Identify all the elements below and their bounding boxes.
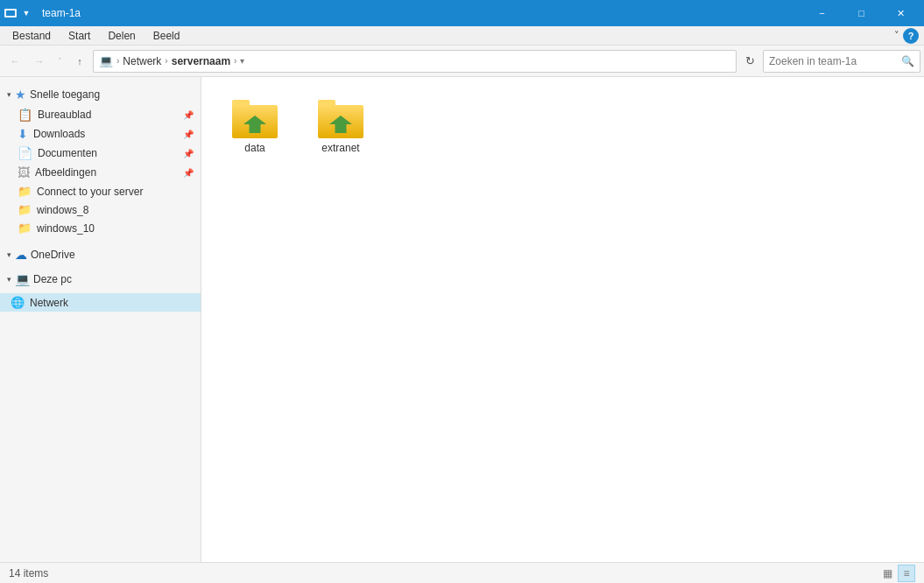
menu-bestand[interactable]: Bestand [5, 28, 58, 44]
menu-bar: Bestand Start Delen Beeld ˅ ? [0, 26, 924, 46]
menu-delen[interactable]: Delen [101, 28, 142, 44]
star-icon: ★ [15, 88, 26, 102]
folder-extranet-label: extranet [321, 142, 359, 154]
path-dropdown-chevron[interactable]: ▾ [240, 56, 244, 66]
title-bar-icons: ▼ [4, 6, 33, 20]
folder-data[interactable]: data [215, 91, 294, 163]
sidebar-section-deze-pc[interactable]: ▾ 💻 Deze pc [0, 269, 201, 290]
afbeeldingen-icon: 🖼 [18, 165, 30, 179]
menu-beeld[interactable]: Beeld [146, 28, 187, 44]
sidebar-item-downloads[interactable]: ⬇ Downloads 📌 [0, 124, 201, 144]
maximize-button[interactable]: □ [842, 0, 881, 26]
address-bar: ← → ˅ ↑ 💻 › Netwerk › servernaam › ▾ ↻ 🔍 [0, 46, 924, 77]
path-separator-2: › [165, 56, 167, 66]
app-icon [4, 6, 18, 20]
downloads-pin: 📌 [183, 130, 194, 139]
sidebar-item-afbeeldingen[interactable]: 🖼 Afbeeldingen 📌 [0, 163, 201, 182]
path-netwerk[interactable]: Netwerk [123, 55, 161, 67]
title-bar: ▼ team-1a − □ ✕ [0, 0, 924, 26]
deze-pc-chevron: ▾ [7, 275, 11, 284]
main-layout: ▾ ★ Snelle toegang 📋 Bureaublad 📌 ⬇ Down… [0, 77, 924, 562]
help-button[interactable]: ? [903, 28, 919, 44]
documenten-pin: 📌 [183, 149, 194, 158]
onedrive-label: OneDrive [31, 249, 75, 261]
documenten-icon: 📄 [18, 146, 32, 160]
connect-server-icon: 📁 [18, 185, 32, 198]
folder-extranet-icon [318, 100, 363, 138]
sidebar-item-windows10[interactable]: 📁 windows_10 [0, 219, 201, 237]
minimize-button[interactable]: − [802, 0, 842, 26]
sidebar-item-documenten[interactable]: 📄 Documenten 📌 [0, 144, 201, 163]
snelle-toegang-chevron: ▾ [7, 90, 11, 99]
status-bar: 14 items ▦ ≡ [0, 562, 924, 583]
bureaublad-icon: 📋 [18, 108, 32, 122]
quick-access-icon: ▼ [19, 6, 33, 20]
search-box: 🔍 [763, 50, 920, 73]
connect-server-label: Connect to your server [37, 186, 143, 198]
svg-rect-1 [6, 11, 15, 16]
computer-icon: 💻 [99, 54, 113, 67]
sidebar: ▾ ★ Snelle toegang 📋 Bureaublad 📌 ⬇ Down… [0, 77, 201, 562]
deze-pc-label: Deze pc [33, 273, 72, 285]
view-grid-button[interactable]: ▦ [878, 565, 896, 582]
folder-data-label: data [244, 142, 265, 154]
title-controls: − □ ✕ [802, 0, 920, 26]
search-icon: 🔍 [901, 55, 914, 67]
menu-start[interactable]: Start [61, 28, 97, 44]
onedrive-icon: ☁ [15, 248, 27, 262]
path-separator-3: › [234, 56, 236, 66]
sidebar-item-windows8[interactable]: 📁 windows_8 [0, 200, 201, 219]
downloads-label: Downloads [33, 128, 85, 140]
forward-button[interactable]: → [28, 50, 51, 73]
content-area: data extranet [201, 77, 924, 562]
back-button[interactable]: ← [4, 50, 26, 73]
netwerk-icon: 🌐 [11, 296, 25, 309]
afbeeldingen-label: Afbeeldingen [35, 166, 96, 179]
sidebar-item-netwerk[interactable]: 🌐 Netwerk [0, 293, 201, 312]
documenten-label: Documenten [38, 147, 97, 159]
bureaublad-label: Bureaublad [38, 109, 91, 121]
view-list-button[interactable]: ≡ [898, 565, 915, 582]
search-input[interactable] [769, 55, 901, 67]
folder-extranet[interactable]: extranet [301, 91, 380, 163]
up-button[interactable]: ↑ [68, 50, 91, 73]
windows10-label: windows_10 [37, 222, 95, 235]
onedrive-chevron: ▾ [7, 250, 11, 259]
downloads-icon: ⬇ [18, 127, 28, 141]
sidebar-item-connect-server[interactable]: 📁 Connect to your server [0, 182, 201, 200]
view-icons: ▦ ≡ [878, 565, 915, 582]
close-button[interactable]: ✕ [881, 0, 920, 26]
dropdown-nav-button[interactable]: ˅ [53, 50, 67, 73]
window-title: team-1a [42, 7, 802, 19]
windows10-icon: 📁 [18, 221, 32, 235]
path-servernaam[interactable]: servernaam [172, 55, 230, 67]
windows8-icon: 📁 [18, 203, 32, 216]
address-path[interactable]: 💻 › Netwerk › servernaam › ▾ [93, 50, 737, 73]
ribbon-expand-icon[interactable]: ˅ [894, 30, 899, 41]
snelle-toegang-label: Snelle toegang [30, 88, 100, 101]
folder-data-icon [232, 100, 278, 138]
item-count: 14 items [9, 567, 48, 579]
deze-pc-icon: 💻 [15, 272, 30, 286]
netwerk-label: Netwerk [30, 297, 68, 309]
refresh-button[interactable]: ↻ [738, 50, 761, 73]
afbeeldingen-pin: 📌 [183, 168, 194, 178]
windows8-label: windows_8 [37, 204, 88, 216]
menu-expand: ˅ ? [894, 28, 919, 44]
bureaublad-pin: 📌 [183, 110, 194, 120]
sidebar-section-snelle-toegang[interactable]: ▾ ★ Snelle toegang [0, 84, 201, 105]
path-separator-1: › [116, 56, 119, 66]
sidebar-item-bureaublad[interactable]: 📋 Bureaublad 📌 [0, 105, 201, 124]
sidebar-section-onedrive[interactable]: ▾ ☁ OneDrive [0, 244, 201, 265]
